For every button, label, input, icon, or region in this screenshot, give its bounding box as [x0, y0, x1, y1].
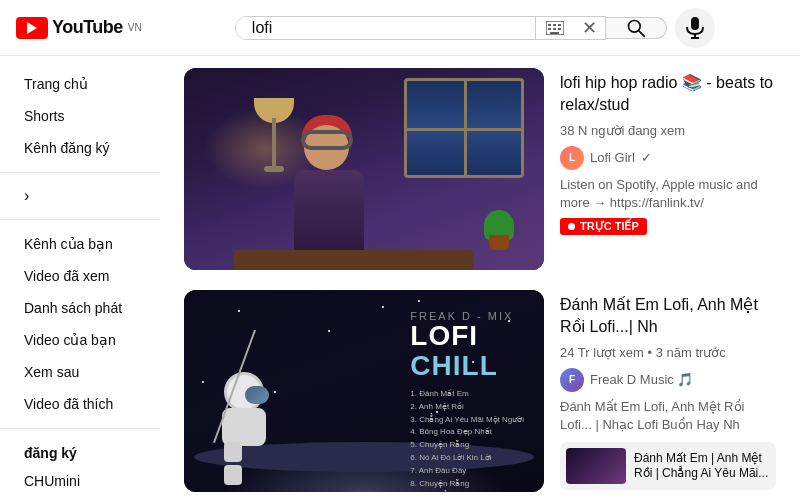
track-8: 8. Chuyện Rằng: [410, 478, 524, 491]
header: YouTubeVN ✕: [0, 0, 800, 56]
sidebar: Trang chủ Shorts Kênh đăng ký › Kênh của…: [0, 56, 160, 500]
svg-rect-5: [553, 28, 556, 30]
clear-search-button[interactable]: ✕: [574, 17, 605, 39]
sidebar-item-label: Danh sách phát: [24, 300, 122, 316]
search-icon: [626, 18, 646, 38]
video-title-2[interactable]: Đánh Mất Em Lofi, Anh Mệt Rồi Lofi...| N…: [560, 294, 776, 339]
video-description-2: Đánh Mất Em Lofi, Anh Mệt Rồi Lofi... | …: [560, 398, 776, 434]
video-result-2: FREAK D - MIX LOFI CHILL 1. Đánh Mất Em …: [184, 290, 776, 492]
sidebar-item-label: Shorts: [24, 108, 64, 124]
search-area: ✕: [235, 8, 715, 48]
tracklist: 1. Đánh Mất Em 2. Anh Mệt Rồi 3. Chẳng A…: [410, 388, 524, 492]
svg-rect-4: [548, 28, 551, 30]
sidebar-account-label: CHUmini: [24, 473, 80, 489]
svg-rect-6: [558, 28, 561, 30]
youtube-wordmark: YouTube: [52, 17, 123, 38]
youtube-logo[interactable]: YouTubeVN: [16, 17, 142, 39]
small-preview-thumbnail: [566, 448, 626, 484]
voice-search-button[interactable]: [675, 8, 715, 48]
sidebar-item-label: Kênh của bạn: [24, 236, 113, 252]
sidebar-item-subscriptions[interactable]: Kênh đăng ký: [0, 132, 160, 164]
search-form: ✕: [235, 16, 606, 40]
plant-decoration: [484, 210, 514, 250]
video-info-1: lofi hip hop radio 📚 - beats to relax/st…: [560, 68, 776, 270]
sidebar-item-history[interactable]: Video đã xem: [0, 260, 160, 292]
small-preview-card[interactable]: Đánh Mất Em | Anh Mệt Rồi | Chẳng Ai Yêu…: [560, 442, 776, 490]
sidebar-divider-3: [0, 428, 160, 429]
sidebar-item-your-videos[interactable]: Video của bạn: [0, 324, 160, 356]
sidebar-item-label: Video đã xem: [24, 268, 109, 284]
sidebar-item-liked-videos[interactable]: Video đã thích: [0, 388, 160, 420]
track-2: 2. Anh Mệt Rồi: [410, 401, 524, 414]
microphone-icon: [686, 17, 704, 39]
window-decoration: [404, 78, 524, 178]
search-button[interactable]: [606, 17, 667, 39]
track-7: 7. Anh Đâu Đây: [410, 465, 524, 478]
track-1: 1. Đánh Mất Em: [410, 388, 524, 401]
video-thumbnail-2[interactable]: FREAK D - MIX LOFI CHILL 1. Đánh Mất Em …: [184, 290, 544, 492]
video-result-1: lofi hip hop radio 📚 - beats to relax/st…: [184, 68, 776, 270]
live-dot: [568, 223, 575, 230]
girl-figure: [284, 120, 404, 250]
lofi-chill-text-overlay: FREAK D - MIX LOFI CHILL 1. Đánh Mất Em …: [410, 310, 524, 492]
video-description-1: Listen on Spotify, Apple music and more …: [560, 176, 776, 212]
channel-avatar-1: L: [560, 146, 584, 170]
sidebar-item-label: Video đã thích: [24, 396, 113, 412]
sidebar-item-label: Trang chủ: [24, 76, 88, 92]
channel-row-1: L Lofi Girl ✓: [560, 146, 776, 170]
lofi-big-label: LOFI: [410, 322, 524, 350]
live-label: TRỰC TIẾP: [580, 220, 639, 233]
track-6: 6. Nó Ai Đó Lời Kin Lời: [410, 452, 524, 465]
video-title-1[interactable]: lofi hip hop radio 📚 - beats to relax/st…: [560, 72, 776, 117]
video-meta-1: 38 N người đang xem: [560, 123, 776, 138]
track-5: 5. Chuyện Rằng: [410, 439, 524, 452]
sidebar-item-label: Kênh đăng ký: [24, 140, 110, 156]
astronaut-figure: [214, 372, 284, 462]
search-input-wrap: [236, 17, 535, 39]
live-badge: TRỰC TIẾP: [560, 218, 647, 235]
small-preview-text: Đánh Mất Em | Anh Mệt Rồi | Chẳng Ai Yêu…: [634, 451, 770, 482]
track-4: 4. Bông Hoa Đẹp Nhất: [410, 426, 524, 439]
sidebar-item-label: Xem sau: [24, 364, 79, 380]
channel-name-1[interactable]: Lofi Girl: [590, 150, 635, 165]
svg-line-9: [639, 30, 644, 35]
sidebar-item-home[interactable]: Trang chủ: [0, 68, 160, 100]
channel-avatar-2: F: [560, 368, 584, 392]
youtube-play-icon: [16, 17, 48, 39]
svg-rect-2: [553, 24, 556, 26]
sidebar-divider-1: [0, 172, 160, 173]
chevron-right-icon: ›: [24, 187, 29, 205]
sidebar-item-playlists[interactable]: Danh sách phát: [0, 292, 160, 324]
keyboard-icon: [546, 21, 564, 35]
desk-decoration: [234, 250, 474, 270]
sidebar-expand-button[interactable]: ›: [0, 181, 160, 211]
sidebar-signin-header: đăng ký: [0, 437, 160, 465]
svg-rect-1: [548, 24, 551, 26]
track-3: 3. Chẳng Ai Yêu Mãi Một Người: [410, 414, 524, 427]
track-9: 9. Lình Cảm Tim Em: [410, 490, 524, 492]
search-input[interactable]: [252, 19, 519, 37]
video-thumbnail-1[interactable]: [184, 68, 544, 270]
sidebar-item-account[interactable]: CHUmini: [0, 465, 160, 497]
sidebar-item-shorts[interactable]: Shorts: [0, 100, 160, 132]
region-tag: VN: [128, 22, 142, 33]
sidebar-item-watch-later[interactable]: Xem sau: [0, 356, 160, 388]
content-area: lofi hip hop radio 📚 - beats to relax/st…: [160, 56, 800, 500]
sidebar-item-your-channel[interactable]: Kênh của bạn: [0, 228, 160, 260]
video-meta-2: 24 Tr lượt xem • 3 năm trước: [560, 345, 776, 360]
verified-icon-1: ✓: [641, 150, 652, 165]
channel-row-2: F Freak D Music 🎵: [560, 368, 776, 392]
channel-name-2[interactable]: Freak D Music 🎵: [590, 372, 693, 387]
svg-rect-10: [691, 17, 699, 30]
keyboard-icon-button[interactable]: [535, 17, 574, 39]
main-layout: Trang chủ Shorts Kênh đăng ký › Kênh của…: [0, 56, 800, 500]
chill-label: CHILL: [410, 350, 524, 382]
video-info-2: Đánh Mất Em Lofi, Anh Mệt Rồi Lofi...| N…: [560, 290, 776, 492]
svg-rect-3: [558, 24, 561, 26]
sidebar-divider-2: [0, 219, 160, 220]
sidebar-item-label: Video của bạn: [24, 332, 116, 348]
logo-area: YouTubeVN: [16, 17, 142, 39]
svg-rect-7: [550, 32, 559, 34]
